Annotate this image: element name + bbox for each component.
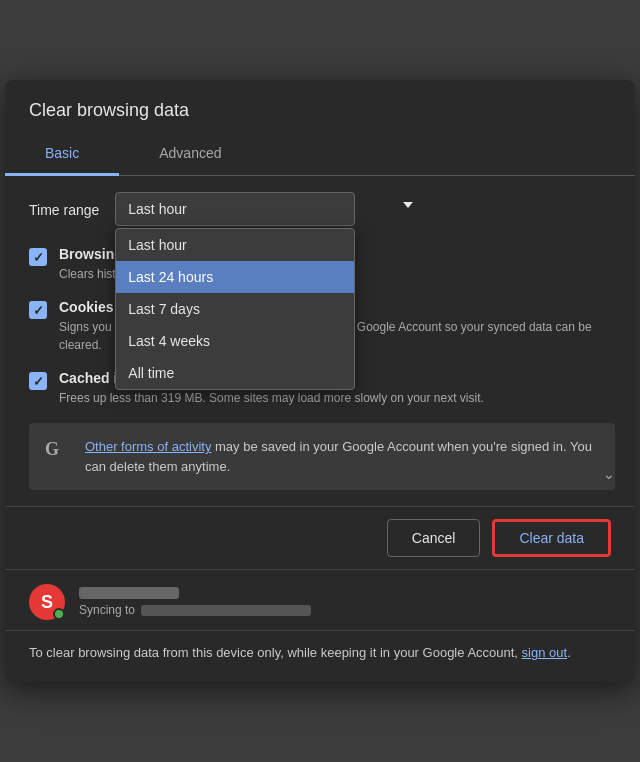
checkbox-cookies[interactable]: ✓ (29, 301, 47, 319)
scroll-down-chevron-icon: ⌄ (603, 466, 615, 482)
sync-label: Syncing to (79, 603, 135, 617)
dropdown-option-last-hour[interactable]: Last hour (116, 229, 354, 261)
dialog-footer: Cancel Clear data (5, 506, 635, 569)
checkbox-cache[interactable]: ✓ (29, 372, 47, 390)
cancel-button[interactable]: Cancel (387, 519, 481, 557)
avatar-letter: S (41, 592, 53, 613)
tab-advanced[interactable]: Advanced (119, 133, 261, 176)
dropdown-option-last-24[interactable]: Last 24 hours (116, 261, 354, 293)
checkmark-browsing: ✓ (33, 250, 44, 265)
bottom-text-prefix: To clear browsing data from this device … (29, 645, 522, 660)
dropdown-option-all-time[interactable]: All time (116, 357, 354, 389)
time-range-dropdown-wrapper: Last hour Last 24 hours Last 7 days Last… (115, 192, 615, 226)
time-range-select[interactable]: Last hour Last 24 hours Last 7 days Last… (115, 192, 355, 226)
tabs-container: Basic Advanced (5, 133, 635, 176)
sign-out-link[interactable]: sign out (522, 645, 568, 660)
account-section: S Syncing to (5, 569, 635, 630)
bottom-section: To clear browsing data from this device … (5, 630, 635, 682)
dropdown-arrow-icon (403, 202, 413, 208)
clear-data-button[interactable]: Clear data (492, 519, 611, 557)
other-activity-link[interactable]: Other forms of activity (85, 439, 211, 454)
dialog-body: Time range Last hour Last 24 hours Last … (5, 176, 635, 506)
sync-row: Syncing to (79, 603, 311, 617)
dialog-title: Clear browsing data (5, 80, 635, 133)
time-range-label: Time range (29, 192, 99, 218)
google-g-icon: G (45, 439, 73, 467)
time-range-dropdown-menu: Last hour Last 24 hours Last 7 days Last… (115, 228, 355, 390)
checkmark-cache: ✓ (33, 374, 44, 389)
account-info: Syncing to (79, 587, 311, 617)
clear-browsing-data-dialog: Clear browsing data Basic Advanced Time … (5, 80, 635, 682)
bottom-text-suffix: . (567, 645, 571, 660)
checkbox-desc-cache: Frees up less than 319 MB. Some sites ma… (59, 389, 484, 407)
avatar: S (29, 584, 65, 620)
info-banner: G Other forms of activity may be saved i… (29, 423, 615, 490)
checkmark-cookies: ✓ (33, 303, 44, 318)
dropdown-option-last-4[interactable]: Last 4 weeks (116, 325, 354, 357)
time-range-row: Time range Last hour Last 24 hours Last … (29, 192, 615, 226)
bottom-text: To clear browsing data from this device … (29, 643, 611, 664)
dropdown-option-last-7[interactable]: Last 7 days (116, 293, 354, 325)
sync-status-dot (53, 608, 65, 620)
account-name-placeholder (79, 587, 179, 599)
sync-email-placeholder (141, 605, 311, 616)
tab-basic[interactable]: Basic (5, 133, 119, 176)
checkbox-browsing[interactable]: ✓ (29, 248, 47, 266)
info-banner-text: Other forms of activity may be saved in … (85, 437, 599, 476)
